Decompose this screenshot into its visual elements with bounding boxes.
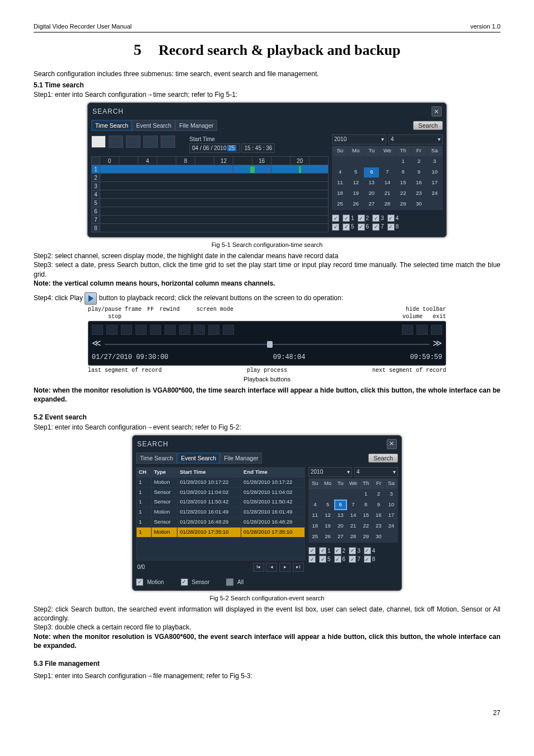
page-number: 27 — [34, 708, 500, 717]
mode-1-icon[interactable] — [165, 325, 176, 335]
table-row: 1Motion01/28/2010 16:01:4901/28/2010 16:… — [137, 507, 305, 517]
start-date-input[interactable]: 04 / 06 / 201025 — [189, 143, 240, 153]
chapter-title: 5 Record search & playback and backup — [34, 39, 500, 60]
hide-icon[interactable] — [416, 325, 428, 335]
start-time-input[interactable]: 15 : 45 : 36 — [241, 143, 275, 153]
dialog-title: SEARCH — [92, 107, 124, 116]
step1-5-2: Step1: enter into Search configuration→e… — [34, 423, 500, 432]
note-5-1: Note: the vertical column means hours, h… — [34, 279, 500, 288]
play-button-icon — [85, 292, 97, 305]
screen-mode-8-icon[interactable] — [143, 136, 158, 148]
next-page-icon[interactable]: ▸ — [279, 563, 291, 572]
calendar[interactable]: SuMoTuWeThFrSa 123 45678910 111213141516… — [332, 146, 443, 210]
filter-all[interactable]: All — [226, 578, 243, 586]
mode-4-icon[interactable] — [179, 325, 190, 335]
step4-row: Step4: click Play button to playback rec… — [34, 292, 500, 305]
header-right: version 1.0 — [470, 22, 500, 31]
step1-5-1: Step1: enter into Search configuration→t… — [34, 90, 500, 99]
table-row-selected: 1Motion01/28/2010 17:35:1001/28/2010 17:… — [137, 527, 305, 537]
event-search-dialog: SEARCH ✕ Time Search Event Search File M… — [132, 435, 402, 591]
pb-time-right: 09:59:59 — [410, 353, 442, 362]
section-5-1-head: 5.1 Time search — [34, 81, 500, 90]
filter-motion[interactable]: ✓ Motion — [136, 578, 164, 586]
mode-9-icon[interactable] — [223, 325, 234, 335]
table-row: 1Sensor01/28/2010 11:04:0201/28/2010 11:… — [137, 487, 305, 497]
tab2-event-search[interactable]: Event Search — [177, 452, 220, 464]
pause-icon[interactable] — [92, 325, 103, 335]
prev-page-icon[interactable]: ◂ — [266, 563, 277, 572]
event-table[interactable]: CHTypeStart TimeEnd Time 1Motion01/28/20… — [136, 467, 305, 561]
note-after-pb: Note: when the monitor resolution is VGA… — [34, 386, 500, 404]
year-select[interactable]: 2010▾ — [332, 134, 386, 144]
pb-time-left: 01/27/2010 09:30:00 — [92, 353, 168, 362]
fig-5-2-caption: Fig 5-2 Search configuration-event searc… — [34, 594, 500, 603]
table-row: 1Sensor01/28/2010 11:50:4201/28/2010 11:… — [137, 497, 305, 507]
pager-text: 0/0 — [137, 563, 145, 571]
step1-5-3: Step1: enter into Search configuration→f… — [34, 671, 500, 680]
search2-button[interactable]: Search — [368, 454, 398, 463]
search-button[interactable]: Search — [413, 121, 443, 130]
step3-5-2: Step3: double check a certain record fil… — [34, 623, 500, 632]
first-page-icon[interactable]: I◂ — [253, 563, 264, 572]
mode-6-icon[interactable] — [194, 325, 205, 335]
check-all-2-icon[interactable]: ✓ — [332, 223, 339, 231]
tab-time-search[interactable]: Time Search — [91, 120, 132, 131]
playback-toolbar-figure: play/pause frame stop FF rewind screen m… — [88, 306, 446, 374]
check-all-1-icon[interactable]: ✓ — [332, 214, 339, 222]
fig-5-1-caption: Fig 5-1 Search configuration-time search — [34, 241, 500, 249]
volume-icon[interactable] — [402, 325, 413, 335]
close2-icon[interactable]: ✕ — [387, 439, 397, 449]
playback-caption: Playback buttons — [34, 375, 500, 384]
pb-below-left: last segment of record — [88, 367, 162, 375]
page-header: Digital Video Recorder User Manual versi… — [34, 22, 500, 32]
month-select[interactable]: 4▾ — [388, 134, 443, 144]
mode-8-icon[interactable] — [208, 325, 219, 335]
month2-select[interactable]: 4▾ — [354, 467, 398, 477]
time-search-dialog: SEARCH ✕ Time Search Event Search File M… — [87, 102, 447, 237]
header-left: Digital Video Recorder User Manual — [34, 22, 132, 31]
screen-mode-1-icon[interactable] — [91, 136, 106, 148]
play-icon[interactable] — [161, 136, 175, 148]
section-5-3-head: 5.3 File management — [34, 659, 500, 668]
pb-below-right: next segment of record — [372, 367, 446, 375]
step4-text-a: Step4: click Play — [34, 294, 85, 302]
step4-text-b: button to playback record; click the rel… — [99, 294, 343, 302]
year2-select[interactable]: 2010▾ — [308, 467, 352, 477]
note-5-2: Note: when the monitor resolution is VGA… — [34, 632, 500, 650]
step3-5-1: Step3: select a date, press Search butto… — [34, 260, 500, 278]
calendar2[interactable]: SuMoTuWeThFrSa 123 45678910 111213141516… — [308, 478, 398, 543]
table-row: 1Motion01/28/2010 10:17:2201/28/2010 10:… — [137, 477, 305, 487]
dialog2-title: SEARCH — [137, 440, 168, 449]
step2-5-2: Step2: click Search button, the searched… — [34, 605, 500, 623]
close-icon[interactable]: ✕ — [432, 106, 442, 116]
stop-icon[interactable] — [106, 325, 118, 335]
section-5-2-head: 5.2 Event search — [34, 413, 500, 422]
tab2-time-search[interactable]: Time Search — [136, 452, 177, 464]
timeline-grid[interactable]: 0 4 8 12 16 20 1 2 3 4 5 6 7 8 — [91, 156, 329, 232]
intro-text: Search configuration includes three subm… — [34, 69, 500, 78]
tab-file-manager[interactable]: File Manager — [175, 120, 217, 131]
start-time-label: Start Time — [189, 136, 215, 142]
prev-segment-icon[interactable]: ≪ — [92, 338, 101, 351]
pb-below-mid: play process — [247, 367, 287, 375]
last-page-icon[interactable]: ▸I — [293, 563, 304, 572]
tab-event-search[interactable]: Event Search — [132, 120, 175, 131]
exit-icon[interactable] — [431, 325, 442, 335]
pb-time-mid: 09:48:04 — [273, 353, 306, 362]
chapter-text: Record search & playback and backup — [158, 42, 400, 58]
screen-mode-4-icon[interactable] — [109, 136, 123, 148]
chapter-number: 5 — [134, 41, 142, 58]
screen-mode-6-icon[interactable] — [126, 136, 140, 148]
tab2-file-manager[interactable]: File Manager — [220, 452, 262, 464]
next-segment-icon[interactable]: ≫ — [433, 338, 442, 351]
table-row: 1Sensor01/28/2010 16:48:2901/28/2010 16:… — [137, 517, 305, 528]
step2-5-1: Step2: select channel, screen display mo… — [34, 251, 500, 260]
filter-sensor[interactable]: ✓ Sensor — [181, 578, 209, 586]
ff-icon[interactable] — [135, 325, 147, 335]
frame-icon[interactable] — [121, 325, 132, 335]
progress-track[interactable] — [105, 344, 429, 345]
rewind-icon[interactable] — [150, 325, 161, 335]
